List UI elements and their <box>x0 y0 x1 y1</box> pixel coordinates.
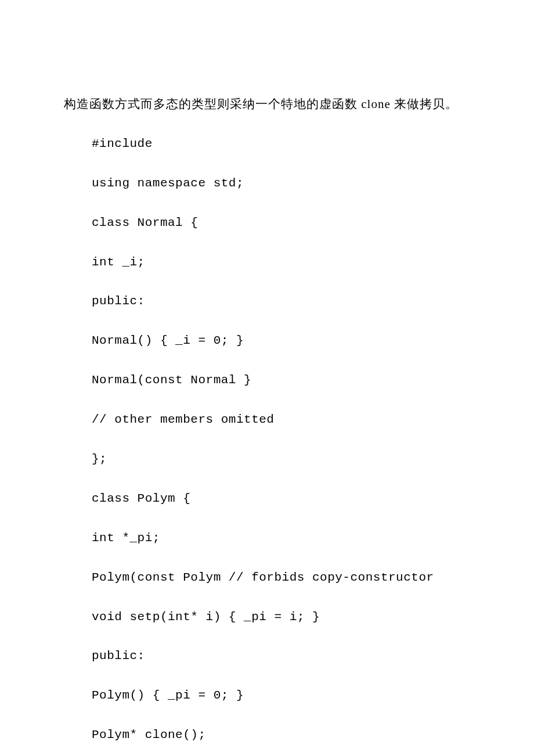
intro-paragraph: 构造函数方式而多态的类型则采纳一个特地的虚函数 clone 来做拷贝。 <box>64 93 470 116</box>
code-line: public: <box>64 290 470 313</box>
code-line: #include <box>64 132 470 156</box>
code-line: Normal() { _i = 0; } <box>64 329 470 352</box>
code-line: Polym(const Polym // forbids copy-constr… <box>64 566 470 589</box>
code-line: Polym* clone(); <box>64 723 470 747</box>
code-line: }; <box>64 448 470 471</box>
code-line: // other members omitted <box>64 408 470 431</box>
code-line: using namespace std; <box>64 172 470 195</box>
code-line: class Normal { <box>64 211 470 235</box>
code-line: int _i; <box>64 251 470 274</box>
code-line: void setp(int* i) { _pi = i; } <box>64 606 470 629</box>
code-line: public: <box>64 645 470 668</box>
code-line: Polym() { _pi = 0; } <box>64 684 470 707</box>
code-line: Normal(const Normal } <box>64 369 470 392</box>
code-line: int *_pi; <box>64 527 470 550</box>
code-line: class Polym { <box>64 487 470 510</box>
